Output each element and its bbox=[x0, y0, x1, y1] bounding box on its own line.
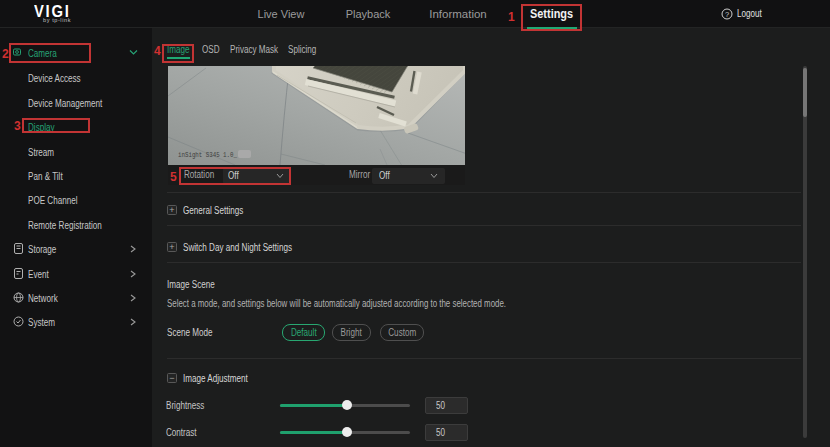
svg-text:?: ? bbox=[725, 10, 729, 19]
svg-text:inSight S345 1.0_: inSight S345 1.0_ bbox=[178, 151, 238, 159]
